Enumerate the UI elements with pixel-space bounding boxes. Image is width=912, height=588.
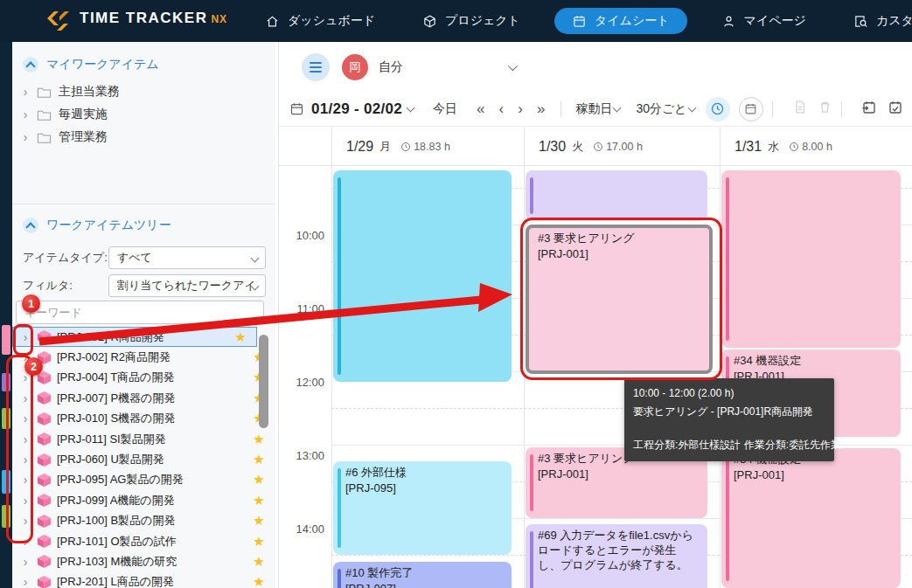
interval-select[interactable]: 30分ごと [636,101,686,117]
nav-item-person[interactable]: マイページ [713,8,815,34]
calendar-event[interactable]: #34 機器設定[PRJ-001] [721,448,901,588]
project-tree-item[interactable]: ›[PRJ-011] SI製品開発★ [12,429,275,449]
today-button[interactable]: 今日 [433,101,457,117]
collapse-up-icon[interactable] [23,218,38,233]
day-header-hours: 8.00 h [789,141,832,153]
chevron-right-icon[interactable]: › [19,555,31,569]
nav-item-cube[interactable]: プロジェクト [414,8,529,34]
project-tree-item[interactable]: ›[PRJ-099] A機能の開発★ [12,490,275,510]
day-header: 1/29月18.83 h [331,127,524,166]
cube-icon [422,14,437,29]
sidebar-folder-item[interactable]: ›管理業務 [12,126,275,149]
chevron-down-icon [613,103,622,112]
event-project-code: [PRJ-095] [345,481,503,496]
favorite-star-icon[interactable]: ★ [231,329,250,345]
day-header-date: 1/29 [346,139,373,155]
calendar-check-button[interactable] [888,100,903,119]
nav-item-label: ダッシュボード [288,13,375,29]
project-label: [PRJ-002] R2商品開発 [57,349,244,365]
event-tooltip: 10:00 - 12:00 (2.00 h) 要求ヒアリング - [PRJ-00… [624,378,834,461]
calendar-event[interactable]: #69 入力データをfile1.csvからロードするとエラーが発生し、プログラム… [526,524,707,588]
filter-select[interactable]: 割り当てられたワークアイ [108,274,266,297]
project-tree-item[interactable]: ›[PRJ-004] T商品の開発★ [12,368,275,388]
tooltip-categories: 工程分類:外部仕様設計 作業分類:委託先作業 [633,436,825,454]
workday-select[interactable]: 稼動日 [575,101,612,117]
next-week-button[interactable]: » [537,100,545,118]
project-tree-item[interactable]: ›[PRJ-010] S機器の開発★ [12,409,275,429]
nav-item-label: プロジェクト [445,13,520,29]
day-header: 1/30火17.00 h [524,127,720,166]
chevron-right-icon[interactable]: › [19,514,31,528]
favorite-star-icon[interactable]: ★ [249,534,268,550]
calendar-mode-button[interactable] [739,97,763,121]
collapse-up-icon[interactable] [23,57,38,73]
time-label: 12:00 [279,376,324,389]
event-title: #69 入力データをfile1.csvからロードするとエラーが発生し、プログラム… [538,529,699,573]
sidebar-folder-item[interactable]: ›毎週実施 [12,103,275,126]
favorite-star-icon[interactable]: ★ [249,554,268,570]
chevron-right-icon[interactable]: › [19,473,31,487]
project-label: [PRJ-004] T商品の開発 [57,370,244,385]
calendar-event[interactable]: #10 製作完了[PRJ-007] [333,562,512,588]
project-tree-item[interactable]: ›[PRJ-201] L商品の開発★ [12,572,275,588]
nav-item-calendar[interactable]: タイムシート [554,8,687,34]
chevron-right-icon[interactable]: › [19,350,31,364]
sidebar-folder-item[interactable]: ›主担当業務 [12,80,275,103]
calendar-event[interactable]: #6 外部仕様[PRJ-095] [333,461,512,555]
calendar-event[interactable] [526,170,707,221]
calendar-event[interactable] [333,170,512,382]
calendar-import-button[interactable] [861,100,877,119]
favorite-star-icon[interactable]: ★ [249,574,268,588]
keyword-input[interactable] [16,301,264,324]
user-selector[interactable]: 岡 自分 [342,54,515,80]
favorite-star-icon[interactable]: ★ [249,513,268,529]
project-tree-item[interactable]: ›[PRJ-001] R商品開発★ [12,327,257,347]
project-tree-item[interactable]: ›[PRJ-007] P機器の開発★ [12,388,275,408]
favorite-star-icon[interactable]: ★ [249,452,268,467]
clock-mode-button[interactable] [706,97,730,121]
calendar-grid[interactable]: 10:0011:0012:0013:0014:00#6 外部仕様[PRJ-095… [279,166,912,588]
day-header-weekday: 水 [768,139,779,155]
project-label: [PRJ-011] SI製品開発 [57,432,244,447]
chevron-right-icon[interactable]: › [21,130,30,144]
project-tree-item[interactable]: ›[PRJ-002] R2商品開発★ [12,347,275,367]
item-type-select[interactable]: すべて [108,246,266,269]
favorite-star-icon[interactable]: ★ [249,493,268,508]
date-range-picker[interactable]: 01/29 - 02/02 [311,100,402,118]
project-list-scrollbar[interactable] [259,335,268,428]
favorite-star-icon[interactable]: ★ [249,432,268,447]
chevron-right-icon[interactable]: › [19,391,31,405]
chevron-right-icon[interactable]: › [19,370,31,384]
prev-day-button[interactable]: ‹ [499,100,505,118]
delete-entry-icon [818,100,832,118]
project-tree-item[interactable]: ›[PRJ-103] M機能の研究★ [12,551,275,571]
tooltip-time: 10:00 - 12:00 (2.00 h) [633,384,825,403]
project-tree-item[interactable]: ›[PRJ-100] B製品の開発★ [12,511,275,531]
calendar-event[interactable]: #3 要求ヒアリング[PRJ-001] [526,225,713,374]
calendar-event[interactable] [721,170,901,348]
logo-icon [45,10,72,32]
nav-item-custom-search[interactable]: カスタム検索 [845,8,912,34]
view-toolbar: 岡 自分 [279,42,912,92]
chevron-right-icon[interactable]: › [19,412,31,425]
next-day-button[interactable]: › [518,100,523,118]
chevron-right-icon[interactable]: › [19,330,31,344]
chevron-right-icon[interactable]: › [19,453,31,467]
nav-item-home[interactable]: ダッシュボード [256,8,384,34]
work-item-tree-header: ワークアイテムツリー [12,215,275,236]
chevron-right-icon[interactable]: › [21,85,30,99]
nav-item-label: タイムシート [595,13,670,29]
chevron-right-icon[interactable]: › [19,494,31,508]
project-label: [PRJ-099] A機能の開発 [57,493,244,508]
menu-button[interactable] [302,53,330,81]
project-tree-item[interactable]: ›[PRJ-101] O製品の試作★ [12,531,275,551]
project-cube-icon [37,473,52,488]
project-tree-item[interactable]: ›[PRJ-060] U製品開発★ [12,449,275,469]
prev-week-button[interactable]: « [477,100,484,118]
chevron-right-icon[interactable]: › [21,107,30,121]
favorite-star-icon[interactable]: ★ [249,472,268,488]
chevron-right-icon[interactable]: › [19,575,31,588]
project-tree-item[interactable]: ›[PRJ-095] AG製品の開発★ [12,470,275,490]
chevron-right-icon[interactable]: › [19,535,31,549]
chevron-right-icon[interactable]: › [19,432,31,446]
